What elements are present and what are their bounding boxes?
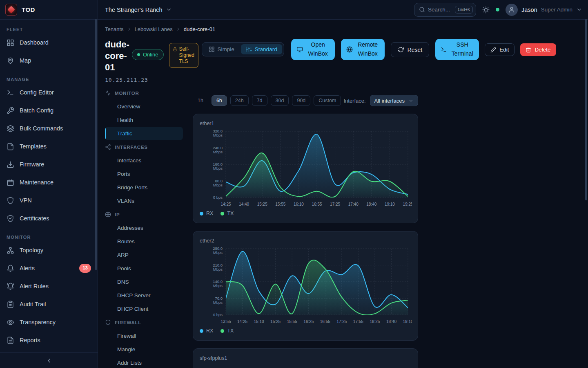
app-window: TOD FLEET Dashboard Map MANAGE Config Ed… — [0, 0, 588, 368]
charts-column: 1h 6h 24h 7d 30d 90d Custom Interface: A… — [193, 86, 418, 368]
theme-toggle-sun-icon[interactable] — [482, 6, 490, 13]
svg-text:Mbps: Mbps — [213, 267, 223, 272]
svg-text:16:55: 16:55 — [320, 319, 330, 324]
device-nav-dhcp-client[interactable]: DHCP Client — [105, 302, 183, 316]
range-30d-button[interactable]: 30d — [271, 95, 289, 106]
device-nav-addr-lists[interactable]: Addr Lists — [105, 356, 183, 368]
sidebar-item-batch-config[interactable]: Batch Config — [0, 101, 98, 119]
sidebar-item-label: Alert Rules — [20, 283, 49, 289]
svg-text:Mbps: Mbps — [213, 150, 223, 154]
clipboard-icon — [7, 301, 14, 308]
sidebar-item-reports[interactable]: Reports — [0, 331, 98, 349]
sidebar-item-maintenance[interactable]: Maintenance — [0, 173, 98, 191]
sidebar-item-certificates[interactable]: Certificates — [0, 209, 98, 227]
device-nav-mangle[interactable]: Mangle — [105, 343, 183, 356]
range-90d-button[interactable]: 90d — [292, 95, 310, 106]
ssh-terminal-button[interactable]: SSH Terminal — [435, 39, 479, 60]
svg-text:15:25: 15:25 — [270, 319, 281, 324]
sidebar-item-label: Firmware — [20, 161, 44, 168]
mode-simple-button[interactable]: Simple — [204, 44, 239, 54]
range-24h-button[interactable]: 24h — [230, 95, 249, 106]
range-1h-button[interactable]: 1h — [193, 95, 208, 106]
device-nav-overview[interactable]: Overview — [105, 100, 183, 113]
topology-icon — [7, 247, 14, 254]
svg-text:15:55: 15:55 — [275, 202, 285, 206]
chevron-down-icon — [166, 7, 172, 13]
range-custom-button[interactable]: Custom — [314, 95, 341, 106]
time-range-group: 1h 6h 24h 7d 30d 90d Custom — [193, 95, 341, 106]
device-nav-vlans[interactable]: VLANs — [105, 194, 183, 208]
sidebar-item-alerts[interactable]: Alerts 13 — [0, 259, 98, 277]
device-nav-interfaces[interactable]: Interfaces — [105, 154, 183, 167]
global-search[interactable]: Cmd+K — [414, 3, 476, 17]
svg-text:16:10: 16:10 — [294, 202, 304, 206]
device-nav-firewall[interactable]: Firewall — [105, 329, 183, 343]
sidebar-collapse-button[interactable] — [0, 352, 98, 368]
device-nav-health[interactable]: Health — [105, 113, 183, 127]
interface-select[interactable]: All interfaces — [370, 95, 418, 106]
globe-icon — [346, 46, 353, 53]
sidebar-item-topology[interactable]: Topology — [0, 241, 98, 259]
device-nav-traffic[interactable]: Traffic — [105, 127, 183, 140]
sidebar-item-map[interactable]: Map — [0, 52, 98, 70]
device-nav-arp[interactable]: ARP — [105, 248, 183, 262]
traffic-chart-plot: 320.0Mbps240.0Mbps160.0Mbps80.0Mbps0 bps… — [200, 128, 411, 208]
device-nav-ports[interactable]: Ports — [105, 167, 183, 181]
breadcrumb-device: dude-core-01 — [184, 26, 215, 32]
sidebar-item-label: Config Editor — [20, 89, 54, 96]
sidebar-item-config-editor[interactable]: Config Editor — [0, 83, 98, 101]
svg-text:Mbps: Mbps — [213, 183, 223, 187]
sidebar-scrollbar[interactable] — [95, 19, 97, 270]
main-sidebar: TOD FLEET Dashboard Map MANAGE Config Ed… — [0, 0, 98, 368]
svg-text:14:25: 14:25 — [237, 319, 247, 324]
file-text-icon — [7, 337, 14, 344]
svg-text:18:40: 18:40 — [366, 202, 376, 206]
calendar-icon — [7, 179, 14, 186]
device-nav-routes[interactable]: Routes — [105, 235, 183, 248]
tenant-selector[interactable]: The Stranger's Ranch — [105, 7, 172, 13]
page-title: dude-core-01 — [105, 39, 135, 73]
refresh-icon — [398, 47, 404, 53]
svg-text:Mbps: Mbps — [213, 300, 223, 305]
traffic-chart-plot: 280.0Mbps210.0Mbps140.0Mbps70.0Mbps0 bps… — [200, 245, 411, 325]
download-icon — [7, 161, 14, 168]
delete-button[interactable]: Delete — [520, 43, 556, 56]
sidebar-item-vpn[interactable]: VPN — [0, 191, 98, 209]
search-input[interactable] — [428, 7, 452, 13]
sidebar-item-transparency[interactable]: Transparency — [0, 313, 98, 331]
sidebar-item-label: Certificates — [20, 215, 49, 222]
device-nav-pools[interactable]: Pools — [105, 262, 183, 275]
device-nav-addresses[interactable]: Addresses — [105, 221, 183, 235]
sidebar-item-label: Transparency — [20, 319, 56, 325]
chart-title: ether1 — [200, 121, 411, 126]
reset-button[interactable]: Reset — [391, 42, 430, 57]
sidebar-item-firmware[interactable]: Firmware — [0, 155, 98, 173]
breadcrumb-tenant-name[interactable]: Lebowski Lanes — [135, 26, 173, 32]
terminal-icon — [7, 89, 14, 96]
breadcrumb-tenants[interactable]: Tenants — [105, 26, 124, 32]
sidebar-item-bulk-commands[interactable]: Bulk Commands — [0, 119, 98, 137]
device-nav-dhcp-server[interactable]: DHCP Server — [105, 289, 183, 302]
device-nav-dns[interactable]: DNS — [105, 275, 183, 289]
open-winbox-button[interactable]: Open WinBox — [291, 39, 335, 60]
alerts-count-badge: 13 — [79, 264, 91, 273]
user-menu[interactable]: Jason Super Admin — [506, 4, 582, 16]
device-header: dude-core-01 10.25.211.23 Online Self-Si… — [105, 39, 588, 86]
page-scrollbar[interactable] — [585, 19, 587, 200]
sidebar-item-dashboard[interactable]: Dashboard — [0, 34, 98, 52]
edit-button[interactable]: Edit — [485, 43, 514, 56]
sidebar-section-monitor: MONITOR — [0, 235, 98, 240]
svg-text:14:25: 14:25 — [220, 202, 231, 206]
sidebar-item-audit-trail[interactable]: Audit Trail — [0, 295, 98, 313]
device-nav-bridge-ports[interactable]: Bridge Ports — [105, 181, 183, 194]
bell-ring-icon — [7, 283, 14, 290]
range-7d-button[interactable]: 7d — [252, 95, 267, 106]
app-logo-row: TOD — [0, 0, 98, 20]
sidebar-item-alert-rules[interactable]: Alert Rules — [0, 277, 98, 295]
sidebar-item-label: VPN — [20, 197, 32, 204]
remote-winbox-button[interactable]: Remote WinBox — [341, 39, 385, 60]
sidebar-item-templates[interactable]: Templates — [0, 137, 98, 155]
mode-standard-button[interactable]: Standard — [241, 44, 282, 54]
range-6h-button[interactable]: 6h — [212, 95, 227, 106]
sidebar-section-fleet: FLEET — [0, 27, 98, 32]
